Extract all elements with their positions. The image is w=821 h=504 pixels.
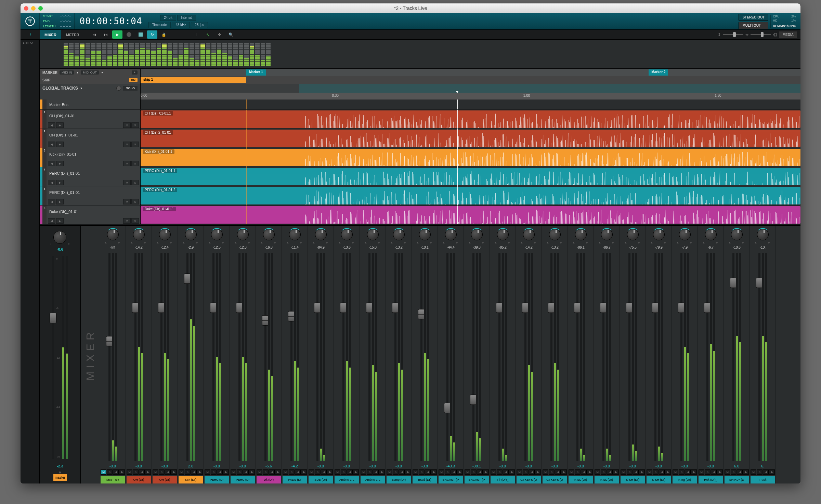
hand-tool[interactable]: ✥ [214, 30, 224, 39]
channel-mute[interactable]: M [361, 469, 366, 475]
channel-name[interactable]: Kck (Dr) [179, 476, 203, 483]
channel-in[interactable]: ◀ [425, 469, 431, 475]
channel-solo[interactable]: S [549, 469, 555, 475]
channel-out[interactable]: ▶ [483, 469, 489, 475]
channel-fader[interactable] [264, 253, 266, 461]
channel-in[interactable]: ◀ [607, 469, 613, 475]
skip-on-button[interactable]: ON [129, 78, 138, 82]
channel-out[interactable]: ▶ [223, 469, 229, 475]
channel-out[interactable]: ▶ [327, 469, 333, 475]
meter-tab[interactable]: METER [61, 30, 84, 39]
track-name[interactable]: Master Bus [47, 100, 140, 109]
track-solo[interactable]: S [131, 122, 139, 128]
channel-mute[interactable]: M [491, 469, 496, 475]
channel-pan-knob[interactable] [263, 229, 275, 240]
stop-button[interactable] [135, 30, 146, 39]
channel-out[interactable]: ▶ [769, 469, 775, 475]
track-solo[interactable]: S [131, 180, 139, 185]
marker[interactable]: Marker 2 [649, 69, 668, 76]
channel-fader[interactable] [680, 253, 682, 461]
track-color[interactable] [40, 129, 42, 148]
channel-solo[interactable]: S [289, 469, 295, 475]
channel-name[interactable]: Bssd (Dr) [413, 476, 437, 483]
track-output[interactable]: ▶ [56, 180, 64, 185]
forward-button[interactable]: ⏭ [101, 30, 111, 39]
channel-solo[interactable]: S [419, 469, 425, 475]
track-header[interactable]: OH (Dir).1_01-01 ◀ ▶ M S [47, 129, 141, 148]
channel-name[interactable]: Rck (Dr)_ [699, 476, 723, 483]
channel-name[interactable]: Track [751, 476, 775, 483]
timecode-display[interactable]: 00:00:50:04 [75, 13, 147, 29]
channel-solo[interactable]: S [237, 469, 243, 475]
channel-name[interactable]: BRCAST (P [465, 476, 489, 483]
record-button[interactable] [124, 30, 134, 39]
track-input[interactable]: ◀ [48, 122, 55, 128]
mixer-tab[interactable]: MIXER [40, 30, 61, 39]
channel-mute[interactable]: M [439, 469, 444, 475]
channel-fader[interactable] [758, 253, 760, 461]
track-mute[interactable]: M [123, 122, 131, 128]
add-marker-button[interactable]: + [132, 70, 138, 75]
channel-fader[interactable] [134, 253, 136, 461]
channel-name[interactable]: K SL (Dr) [595, 476, 619, 483]
channel-fader[interactable] [524, 253, 526, 461]
global-solo-button[interactable]: SOLO [123, 86, 138, 91]
channel-solo[interactable]: S [133, 469, 139, 475]
channel-in[interactable]: ◀ [373, 469, 379, 475]
channel-out[interactable]: ▶ [379, 469, 385, 475]
channel-out[interactable]: ▶ [717, 469, 723, 475]
maximize-window-icon[interactable] [38, 6, 43, 11]
multi-out-button[interactable]: MULTI OUT [739, 22, 768, 29]
channel-out[interactable]: ▶ [405, 469, 411, 475]
track-input[interactable]: ◀ [48, 199, 55, 204]
channel-out[interactable]: ▶ [587, 469, 593, 475]
channel-mute[interactable]: M [205, 469, 210, 475]
channel-out[interactable]: ▶ [691, 469, 697, 475]
track-lane[interactable]: Kick (Dir)_01-01.1 [141, 148, 800, 167]
channel-solo[interactable]: S [107, 469, 113, 475]
channel-pan-knob[interactable] [705, 229, 717, 240]
channel-out[interactable]: ▶ [613, 469, 619, 475]
channel-in[interactable]: ◀ [711, 469, 717, 475]
channel-mute[interactable]: M [673, 469, 678, 475]
channel-out[interactable]: ▶ [249, 469, 255, 475]
channel-pan-knob[interactable] [679, 229, 691, 240]
master-mute[interactable]: M [59, 471, 62, 474]
track-header[interactable]: Duke (Dir)_01-01 ◀ ▶ M S [47, 205, 141, 224]
track-name[interactable]: OH (Dir)_01-01 [47, 110, 140, 122]
channel-in[interactable]: ◀ [685, 469, 691, 475]
channel-pan-knob[interactable] [367, 229, 379, 240]
track-output[interactable]: ▶ [56, 122, 64, 128]
channel-pan-knob[interactable] [419, 229, 431, 240]
channel-pan-knob[interactable] [445, 229, 457, 240]
channel-out[interactable]: ▶ [171, 469, 177, 475]
zoom-tool[interactable]: 🔍 [226, 30, 236, 39]
track-header[interactable]: Master Bus [47, 100, 141, 109]
channel-fader[interactable] [160, 253, 162, 461]
rewind-button[interactable]: ⏮ [89, 30, 99, 39]
channel-solo[interactable]: S [497, 469, 503, 475]
channel-solo[interactable]: S [393, 469, 399, 475]
channel-out[interactable]: ▶ [665, 469, 671, 475]
channel-name[interactable]: Flr (Dr)_ [491, 476, 515, 483]
channel-fader[interactable] [706, 253, 708, 461]
channel-name[interactable]: GTKEYS (D [517, 476, 541, 483]
track-solo[interactable]: S [131, 199, 139, 204]
track-mute[interactable]: M [123, 180, 131, 185]
channel-name[interactable]: KTrg (Dr) [673, 476, 697, 483]
channel-in[interactable]: ◀ [347, 469, 353, 475]
track-input[interactable]: ◀ [48, 161, 55, 166]
track-color[interactable] [40, 110, 42, 129]
channel-mute[interactable]: M [647, 469, 652, 475]
channel-fader[interactable] [602, 253, 604, 461]
ibeam-tool[interactable]: I [191, 30, 201, 39]
channel-mute[interactable]: M [127, 469, 132, 475]
channel-in[interactable]: ◀ [165, 469, 171, 475]
track-color[interactable] [40, 100, 42, 109]
play-button[interactable]: ▶ [112, 30, 122, 39]
master-label[interactable]: master [53, 474, 67, 481]
channel-in[interactable]: ◀ [191, 469, 197, 475]
channel-solo[interactable]: S [185, 469, 191, 475]
channel-mute[interactable]: M [231, 469, 236, 475]
channel-in[interactable]: ◀ [633, 469, 639, 475]
